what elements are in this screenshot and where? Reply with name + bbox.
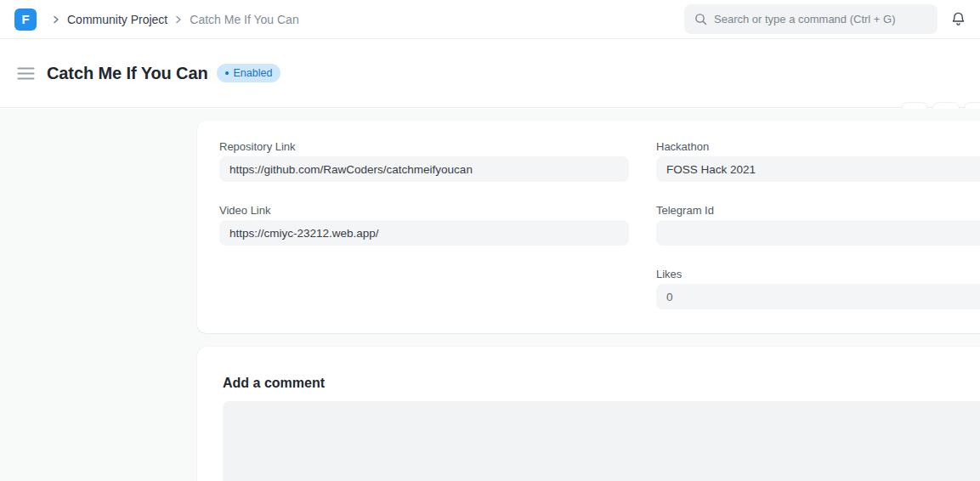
field-likes: Likes xyxy=(656,268,980,309)
main-content: Repository Link Video Link Hackathon Tel… xyxy=(0,109,980,481)
field-label: Likes xyxy=(656,268,980,281)
field-label: Video Link xyxy=(219,204,629,218)
global-search[interactable] xyxy=(684,4,938,34)
field-hackathon: Hackathon xyxy=(656,140,980,182)
hackathon-input[interactable] xyxy=(656,156,980,182)
status-badge: Enabled xyxy=(217,64,281,82)
field-label: Repository Link xyxy=(219,140,629,154)
hamburger-icon xyxy=(17,66,35,81)
video-link-input[interactable] xyxy=(219,220,629,246)
breadcrumb-community-project[interactable]: Community Project xyxy=(67,13,167,26)
chevron-right-icon xyxy=(173,14,184,25)
frappe-logo[interactable]: F xyxy=(14,8,37,31)
field-telegram-id: Telegram Id xyxy=(656,204,980,246)
field-label: Hackathon xyxy=(656,140,980,154)
repository-link-input[interactable] xyxy=(219,156,629,182)
top-navbar: F Community Project Catch Me If You Can xyxy=(0,0,980,39)
page-head: Catch Me If You Can Enabled xyxy=(0,39,980,108)
notifications-button[interactable] xyxy=(938,0,978,38)
field-repository-link: Repository Link xyxy=(219,140,629,182)
breadcrumb-current[interactable]: Catch Me If You Can xyxy=(190,13,298,26)
page-title: Catch Me If You Can xyxy=(47,64,208,83)
form-column-right: Hackathon Telegram Id Likes xyxy=(656,140,980,333)
likes-input[interactable] xyxy=(656,284,980,309)
frappe-logo-glyph: F xyxy=(21,12,29,26)
comment-input[interactable] xyxy=(223,401,980,481)
chevron-right-icon xyxy=(50,14,62,25)
search-input[interactable] xyxy=(714,13,929,25)
form-card: Repository Link Video Link Hackathon Tel… xyxy=(197,121,980,333)
bell-icon xyxy=(950,11,966,27)
form-column-left: Repository Link Video Link xyxy=(219,140,629,333)
search-icon xyxy=(694,13,707,25)
field-label: Telegram Id xyxy=(656,204,980,218)
comment-card: Add a comment xyxy=(197,347,980,481)
sidebar-toggle-button[interactable] xyxy=(15,65,37,82)
telegram-id-input[interactable] xyxy=(656,220,980,246)
field-video-link: Video Link xyxy=(219,204,629,246)
comment-section-heading: Add a comment xyxy=(223,376,980,391)
breadcrumb: Community Project Catch Me If You Can xyxy=(45,13,299,26)
